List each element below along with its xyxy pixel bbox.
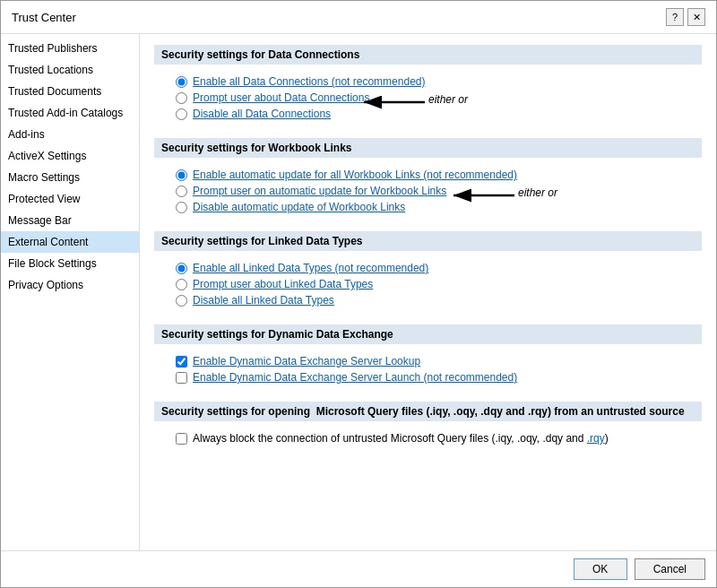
dde-header: Security settings for Dynamic Data Excha… [154, 324, 702, 344]
ld-enable-label[interactable]: Enable all Linked Data Types (not recomm… [193, 262, 428, 274]
dde-lookup-option: must be enabled [176, 355, 680, 368]
qf-block-label[interactable]: Always block the connection of untrusted… [193, 432, 609, 445]
ld-prompt-option: Prompt user about Linked Data Types [176, 278, 680, 290]
dc-enable-option: Enable all Data Connections (not recomme… [176, 75, 680, 88]
data-connections-header: Security settings for Data Connections [154, 45, 702, 65]
query-files-section: Security settings for opening Microsoft … [154, 402, 702, 452]
dc-annotation-text: either or [428, 93, 468, 106]
query-files-body: Always block the connection of untrusted… [154, 428, 702, 452]
dc-disable-option: Disable all Data Connections [176, 108, 680, 120]
ld-disable-radio[interactable] [176, 295, 187, 307]
wl-enable-radio[interactable] [176, 169, 187, 181]
dde-section: Security settings for Dynamic Data Excha… [154, 324, 702, 391]
ld-prompt-label[interactable]: Prompt user about Linked Data Types [193, 278, 373, 290]
sidebar-item-trusted-documents[interactable]: Trusted Documents [1, 81, 139, 102]
dde-launch-checkbox[interactable] [176, 372, 187, 384]
dc-prompt-label[interactable]: Prompt user about Data Connections [193, 91, 369, 104]
linked-data-body: Enable all Linked Data Types (not recomm… [154, 258, 702, 314]
wl-disable-radio[interactable] [176, 202, 187, 213]
dialog-footer: OK Cancel [1, 550, 716, 587]
sidebar-item-file-block[interactable]: File Block Settings [1, 253, 139, 274]
linked-data-header: Security settings for Linked Data Types [154, 231, 702, 251]
sidebar-item-external-content[interactable]: External Content [1, 231, 139, 253]
dc-enable-radio[interactable] [176, 76, 187, 88]
wl-enable-option: Enable automatic update for all Workbook… [176, 169, 680, 181]
sidebar-item-trusted-locations[interactable]: Trusted Locations [1, 59, 139, 81]
cancel-button[interactable]: Cancel [635, 558, 705, 580]
wl-arrow: either or [445, 185, 516, 206]
ld-disable-option: Disable all Linked Data Types [176, 294, 680, 307]
sidebar-item-privacy[interactable]: Privacy Options [1, 274, 139, 296]
query-files-header: Security settings for opening Microsoft … [154, 402, 702, 421]
dde-body: must be enabled [154, 351, 702, 391]
data-connections-section: Security settings for Data Connections E… [154, 45, 702, 127]
wl-prompt-radio[interactable] [176, 186, 187, 197]
ld-prompt-radio[interactable] [176, 279, 187, 290]
data-connections-body: Enable all Data Connections (not recomme… [154, 72, 702, 127]
workbook-links-section: Security settings for Workbook Links Ena… [154, 138, 702, 220]
sidebar-item-activex[interactable]: ActiveX Settings [1, 145, 139, 167]
wl-arrow-svg [445, 185, 516, 206]
dde-launch-option: Enable Dynamic Data Exchange Server Laun… [176, 371, 680, 384]
workbook-links-header: Security settings for Workbook Links [154, 138, 702, 158]
dc-arrow: either or [355, 91, 427, 113]
wl-enable-label[interactable]: Enable automatic update for all Workbook… [193, 169, 517, 181]
ld-enable-option: Enable all Linked Data Types (not recomm… [176, 262, 680, 274]
sidebar-item-protected-view[interactable]: Protected View [1, 188, 139, 210]
dc-prompt-option: Prompt user about Data Connections [176, 91, 680, 104]
title-bar: Trust Center ? ✕ [1, 1, 716, 34]
wl-disable-option: Disable automatic update of Workbook Lin… [176, 201, 680, 213]
dde-lookup-label[interactable]: Enable Dynamic Data Exchange Server Look… [193, 355, 420, 368]
sidebar: Trusted PublishersTrusted LocationsTrust… [1, 34, 140, 550]
sidebar-item-trusted-publishers[interactable]: Trusted Publishers [1, 38, 139, 59]
wl-prompt-label[interactable]: Prompt user on automatic update for Work… [193, 185, 446, 197]
sidebar-item-macro[interactable]: Macro Settings [1, 167, 139, 188]
main-content: Security settings for Data Connections E… [140, 34, 716, 550]
wl-prompt-option: Prompt user on automatic update for Work… [176, 185, 680, 197]
ok-button[interactable]: OK [574, 558, 627, 580]
dc-disable-label[interactable]: Disable all Data Connections [193, 108, 331, 120]
dialog-body: Trusted PublishersTrusted LocationsTrust… [1, 34, 716, 550]
linked-data-section: Security settings for Linked Data Types … [154, 231, 702, 314]
workbook-links-body: Enable automatic update for all Workbook… [154, 165, 702, 220]
close-button[interactable]: ✕ [687, 8, 705, 26]
qf-block-checkbox[interactable] [176, 433, 187, 445]
ld-enable-radio[interactable] [176, 263, 187, 274]
wl-disable-label[interactable]: Disable automatic update of Workbook Lin… [193, 201, 405, 213]
dde-lookup-checkbox[interactable] [176, 356, 187, 368]
rqy-link: .rqy [587, 432, 605, 445]
ld-disable-label[interactable]: Disable all Linked Data Types [193, 294, 334, 307]
help-button[interactable]: ? [666, 8, 684, 26]
dde-launch-label[interactable]: Enable Dynamic Data Exchange Server Laun… [193, 371, 517, 384]
sidebar-item-addins[interactable]: Add-ins [1, 124, 139, 145]
wl-annotation-text: either or [518, 186, 557, 199]
sidebar-item-message-bar[interactable]: Message Bar [1, 210, 139, 231]
dialog-title: Trust Center [12, 11, 76, 24]
dc-disable-radio[interactable] [176, 108, 187, 120]
sidebar-item-trusted-addins[interactable]: Trusted Add-in Catalogs [1, 102, 139, 124]
dc-enable-label[interactable]: Enable all Data Connections (not recomme… [193, 75, 425, 88]
trust-center-dialog: Trust Center ? ✕ Trusted PublishersTrust… [0, 0, 717, 588]
qf-block-option: Always block the connection of untrusted… [176, 432, 680, 445]
dc-arrow-svg [355, 91, 427, 113]
dc-prompt-radio[interactable] [176, 92, 187, 104]
title-bar-controls: ? ✕ [666, 8, 705, 26]
